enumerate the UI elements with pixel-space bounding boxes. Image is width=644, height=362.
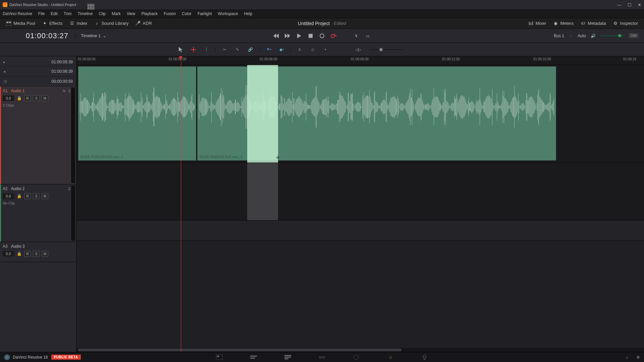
fusion-page-button[interactable] [318,354,326,361]
arm-button[interactable]: R [24,95,31,101]
index-toggle[interactable]: ☰ Index [66,19,91,27]
marker-button[interactable]: ◆▾ [277,45,286,54]
menu-davinci[interactable]: DaVinci Resolve [3,11,32,16]
menu-trim[interactable]: Trim [64,11,72,16]
record-button[interactable] [319,33,325,39]
arm-button[interactable]: R [24,193,31,199]
track-name[interactable]: Audio 2 [11,186,25,191]
scroll-thumb[interactable] [78,349,401,351]
menu-playback[interactable]: Playback [141,11,158,16]
razor-tool[interactable]: ✂ [220,45,229,54]
menu-workspace[interactable]: Workspace [218,11,238,16]
horizontal-scrollbar[interactable] [76,348,644,352]
track-volume[interactable]: 0.0 [3,96,14,101]
timeline-options-button[interactable]: ⚏ [364,33,371,39]
solo-button[interactable]: S [33,193,40,199]
menu-view[interactable]: View [127,11,136,16]
audio-clip[interactable]: RODE PODCASTER.mov_1 [78,66,196,161]
window-minimize-button[interactable]: — [617,2,622,7]
edit-tool[interactable]: ⏐ [202,45,211,54]
cut-page-button[interactable] [250,354,257,361]
snap-button[interactable]: ◇ [308,45,317,54]
speaker-icon[interactable]: 🔊 [591,34,596,38]
track-name[interactable]: Audio 1 [11,88,25,93]
timeline-view-options[interactable] [87,0,101,13]
automation-button[interactable]: ↯ [353,33,360,39]
zoom-slider[interactable] [370,49,404,50]
range-selection[interactable] [247,65,278,163]
pencil-tool[interactable]: ✎ [233,45,242,54]
color-page-button[interactable] [353,354,360,361]
inspector-toggle[interactable]: ⚙Inspector [609,19,641,27]
selection-tool[interactable] [176,45,185,54]
menu-mark[interactable]: Mark [112,11,121,16]
lock-icon[interactable]: 🔒 [16,251,22,257]
dim-button[interactable]: DIM [629,33,639,38]
track-volume[interactable]: 0.0 [3,251,14,256]
range-selection[interactable] [247,163,278,220]
menu-fusion[interactable]: Fusion [164,11,176,16]
clip-name-label: RODE PODCASTER.mov_1 [200,155,242,159]
transient-tool[interactable]: ⩚ [296,45,304,54]
adr-toggle[interactable]: 🎤 ADR [132,19,155,27]
media-pool-toggle[interactable]: Media Pool [3,19,39,27]
stop-button[interactable] [307,33,314,39]
menu-fairlight[interactable]: Fairlight [198,11,212,16]
lock-icon[interactable]: 🔒 [16,193,22,199]
flag-button[interactable]: ⚑▾ [264,45,273,54]
effects-toggle[interactable]: ✦ Effects [39,19,66,27]
bus-selector[interactable]: Bus 1 [554,34,564,38]
mute-button[interactable]: M [42,193,48,199]
track-lane-a3[interactable] [76,221,644,241]
solo-button[interactable]: S [33,95,40,101]
mute-button[interactable]: M [42,95,48,101]
project-settings-button[interactable]: ⚙ [636,355,640,360]
menu-color[interactable]: Color [182,11,192,16]
deliver-page-button[interactable] [421,354,428,361]
menu-edit[interactable]: Edit [51,11,58,16]
out-timecode-row[interactable]: ◂01:00:06:39 [0,66,76,76]
lock-icon[interactable]: 🔒 [16,95,22,101]
window-close-button[interactable]: ✕ [638,2,641,7]
master-timecode[interactable]: 01:00:03:27 [0,32,75,40]
duration-timecode-row[interactable]: ◷00:00:00:59 [0,76,76,86]
track-volume[interactable]: 0.0 [3,193,14,199]
track-name[interactable]: Audio 3 [11,244,25,249]
fairlight-page-button[interactable]: ♫ [387,354,394,361]
solo-button[interactable]: S [33,251,40,257]
track-lane-a1[interactable]: RODE PODCASTER.mov_1 RODE PODCASTER.mov_… [76,65,644,163]
meters-toggle[interactable]: ◉Meters [550,19,577,27]
mixer-toggle[interactable]: Mixer [525,19,550,27]
edit-page-button[interactable] [284,354,291,361]
zoom-out-icon[interactable]: ◁▷ [354,45,363,54]
track-header-a3[interactable]: A3 Audio 3 0.0 🔒 R S M [0,242,76,262]
track-lane-a2[interactable] [76,163,644,221]
playhead[interactable] [181,56,181,352]
window-maximize-button[interactable]: ☐ [628,2,632,7]
menu-file[interactable]: File [38,11,45,16]
monitor-volume-slider[interactable] [600,35,624,36]
home-button[interactable]: ⌂ [626,355,628,360]
track-header-a2[interactable]: A2 Audio 2 2.0 0.0 🔒 R S M No Clip [0,184,76,242]
link-tool[interactable]: 🔗 [246,45,255,54]
loop-button[interactable] [330,33,337,39]
play-button[interactable] [296,33,303,39]
timeline-ruler[interactable]: 01:00:00:00 01:00:03:00 01:00:06:00 01:0… [76,56,644,65]
app-icon [3,2,7,7]
range-handle-icon[interactable]: ✢ [276,155,283,159]
media-page-button[interactable] [216,354,223,361]
mute-button[interactable]: M [42,251,48,257]
forward-button[interactable] [284,33,291,39]
metadata-toggle[interactable]: 🏷Metadata [577,19,609,27]
auto-label[interactable]: Auto [578,34,586,38]
sound-library-toggle[interactable]: ♪ Sound Library [91,19,132,27]
more-button[interactable]: • [321,45,330,54]
in-timecode-row[interactable]: ▸01:00:05:39 [0,56,76,66]
range-tool[interactable] [189,45,198,54]
menu-help[interactable]: Help [244,11,252,16]
timeline-area[interactable]: 01:00:00:00 01:00:03:00 01:00:06:00 01:0… [76,56,644,352]
rewind-button[interactable] [273,33,280,39]
track-header-a1[interactable]: A1 Audio 1 fx1.0 0.0 🔒 R S M 2 Clips [0,86,76,184]
timeline-selector[interactable]: Timeline 1 ⌄ [75,33,112,38]
arm-button[interactable]: R [24,251,31,257]
